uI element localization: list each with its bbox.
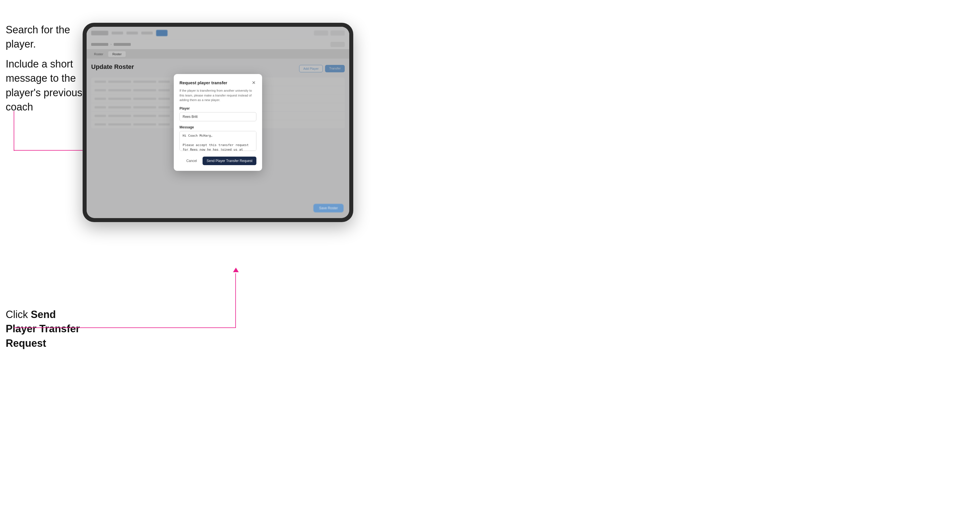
send-player-transfer-request-button[interactable]: Send Player Transfer Request xyxy=(202,157,256,165)
modal-description: If the player is transferring from anoth… xyxy=(180,88,256,103)
modal-title: Request player transfer xyxy=(180,80,228,85)
player-label: Player xyxy=(180,106,256,111)
arrow-tip-2 xyxy=(233,268,239,272)
message-label: Message xyxy=(180,125,256,129)
annotation-click: Click Send Player Transfer Request xyxy=(6,308,86,351)
modal-header: Request player transfer ✕ xyxy=(180,80,256,86)
request-player-transfer-modal: Request player transfer ✕ If the player … xyxy=(174,74,262,171)
message-textarea[interactable]: Hi Coach McHarg, Please accept this tran… xyxy=(180,131,256,151)
tablet-device: › Roster Roster Update Roster Add Player… xyxy=(83,23,353,222)
annotation-search: Search for the player. xyxy=(6,23,80,52)
arrow-line-vertical-2 xyxy=(235,273,236,328)
arrow-line-horizontal-2 xyxy=(14,327,236,328)
player-input[interactable] xyxy=(180,112,256,121)
modal-overlay: Request player transfer ✕ If the player … xyxy=(87,27,349,218)
cancel-button[interactable]: Cancel xyxy=(183,157,200,165)
modal-footer: Cancel Send Player Transfer Request xyxy=(180,157,256,165)
annotation-message: Include a short message to the player's … xyxy=(6,57,86,114)
tablet-screen: › Roster Roster Update Roster Add Player… xyxy=(87,27,349,218)
arrow-line-vertical-1 xyxy=(14,111,14,151)
close-icon[interactable]: ✕ xyxy=(251,80,256,86)
bottom-save-button: Save Roster xyxy=(313,204,344,213)
